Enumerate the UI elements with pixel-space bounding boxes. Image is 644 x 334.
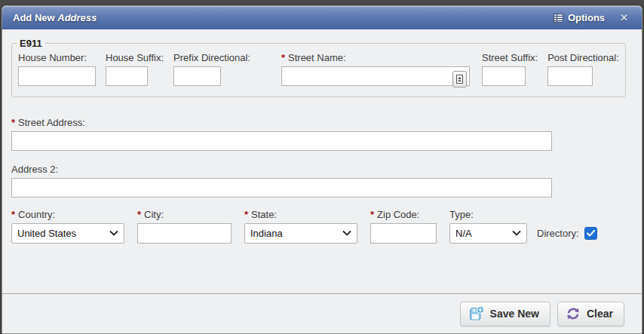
type-label: Type:	[449, 209, 527, 220]
prefix-directional-label: Prefix Directional:	[173, 52, 250, 63]
state-label: *State:	[244, 209, 357, 220]
street-name-field: *Street Name:	[281, 52, 470, 86]
house-number-input[interactable]	[18, 66, 96, 86]
prefix-directional-input[interactable]	[173, 66, 221, 86]
address2-field: Address 2:	[11, 164, 633, 198]
state-field: *State: Indiana	[244, 209, 357, 244]
zip-input[interactable]	[370, 223, 437, 244]
address2-label: Address 2:	[11, 164, 633, 175]
location-row: *Country: United States *City: *State:	[11, 209, 633, 244]
city-input[interactable]	[137, 223, 232, 244]
save-new-label: Save New	[490, 308, 539, 320]
dialog-title-emphasis: Address	[57, 12, 97, 23]
house-suffix-input[interactable]	[106, 66, 148, 86]
city-label: *City:	[137, 209, 232, 220]
e911-legend: E911	[17, 38, 45, 49]
house-suffix-label: House Suffix:	[106, 52, 164, 63]
country-select[interactable]: United States	[11, 223, 124, 244]
dialog-footer: Save New Clear	[2, 293, 642, 333]
directory-label: Directory:	[537, 228, 579, 239]
type-field: Type: N/A	[449, 209, 527, 244]
zip-label: *Zip Code:	[370, 209, 437, 220]
save-plus-icon	[468, 306, 484, 322]
street-suffix-field: Street Suffix:	[482, 52, 538, 86]
house-suffix-field: House Suffix:	[106, 52, 164, 86]
type-select-wrap: N/A	[449, 223, 527, 244]
directory-field: Directory:	[537, 223, 597, 244]
required-marker: *	[137, 209, 141, 220]
zip-field: *Zip Code:	[370, 209, 437, 244]
dropdown-icon	[456, 75, 463, 84]
house-number-field: House Number:	[18, 52, 96, 86]
required-marker: *	[281, 52, 285, 63]
street-suffix-label: Street Suffix:	[482, 52, 538, 63]
street-name-picker-button[interactable]	[452, 71, 467, 87]
type-select[interactable]: N/A	[449, 223, 527, 244]
directory-checkbox[interactable]	[584, 227, 597, 240]
street-name-input[interactable]	[281, 66, 470, 86]
country-label: *Country:	[11, 209, 124, 220]
check-icon	[587, 230, 595, 237]
refresh-icon	[566, 306, 581, 321]
country-select-wrap: United States	[11, 223, 124, 244]
options-button[interactable]: Options	[550, 10, 608, 26]
dialog-title-text: Add New	[13, 12, 55, 23]
dialog-title: Add New Address	[13, 12, 97, 23]
house-number-label: House Number:	[18, 52, 96, 63]
street-name-label: *Street Name:	[281, 52, 470, 63]
street-name-combo	[281, 69, 470, 82]
list-icon	[554, 14, 563, 23]
clear-label: Clear	[587, 308, 613, 320]
post-directional-input[interactable]	[547, 66, 593, 86]
required-marker: *	[11, 209, 15, 220]
country-field: *Country: United States	[11, 209, 124, 244]
close-button[interactable]: ✕	[620, 12, 628, 23]
required-marker: *	[244, 209, 248, 220]
save-new-button[interactable]: Save New	[460, 302, 550, 326]
required-marker: *	[370, 209, 374, 220]
city-field: *City:	[137, 209, 232, 244]
street-address-label: *Street Address:	[11, 117, 633, 128]
post-directional-field: Post Directional:	[547, 52, 619, 86]
options-label: Options	[568, 12, 605, 23]
address2-input[interactable]	[11, 178, 552, 198]
street-suffix-input[interactable]	[482, 66, 526, 86]
clear-button[interactable]: Clear	[557, 302, 624, 326]
required-marker: *	[11, 117, 15, 128]
add-address-dialog: Add New Address Options ✕ E911 House Num…	[2, 5, 642, 334]
state-select-wrap: Indiana	[244, 223, 357, 244]
dialog-body: E911 House Number: House Suffix: Prefix …	[2, 38, 642, 244]
post-directional-label: Post Directional:	[547, 52, 619, 63]
prefix-directional-field: Prefix Directional:	[173, 52, 250, 86]
street-address-field: *Street Address:	[11, 117, 633, 151]
e911-fieldset: E911 House Number: House Suffix: Prefix …	[11, 38, 626, 97]
dialog-titlebar: Add New Address Options ✕	[2, 6, 642, 29]
state-select[interactable]: Indiana	[244, 223, 357, 244]
e911-fields-row: House Number: House Suffix: Prefix Direc…	[18, 52, 619, 86]
street-address-input[interactable]	[11, 131, 552, 151]
